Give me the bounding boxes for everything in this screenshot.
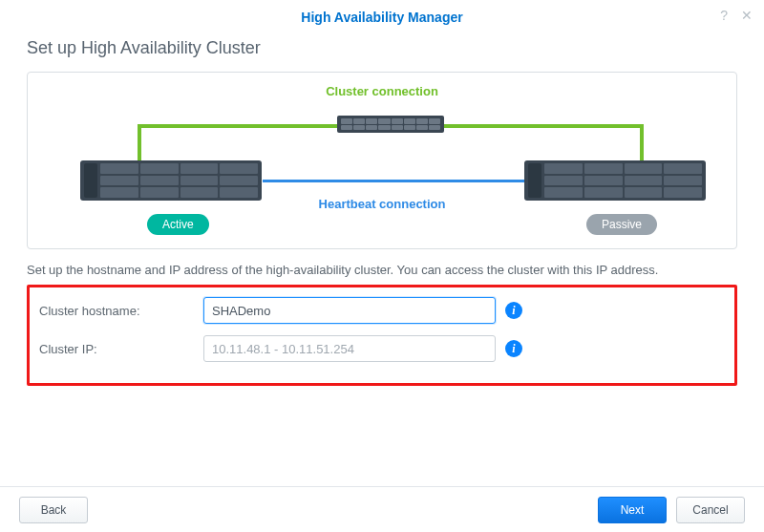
cluster-hostname-label: Cluster hostname: xyxy=(39,304,203,318)
next-button[interactable]: Next xyxy=(598,497,667,523)
heartbeat-connection-label: Heartbeat connection xyxy=(28,197,736,211)
close-icon[interactable]: ✕ xyxy=(741,8,753,23)
heartbeat-line xyxy=(263,180,524,182)
cluster-connection-label: Cluster connection xyxy=(28,84,736,98)
info-icon[interactable]: i xyxy=(505,340,522,357)
topology-diagram: Cluster connection xyxy=(27,72,737,249)
network-switch-icon xyxy=(337,116,444,133)
instruction-text: Set up the hostname and IP address of th… xyxy=(27,263,737,277)
help-icon[interactable]: ? xyxy=(720,8,728,23)
form-highlight-box: Cluster hostname: i Cluster IP: i xyxy=(27,285,737,386)
footer-bar: Back Next Cancel xyxy=(0,486,764,532)
cluster-line xyxy=(640,124,644,162)
window-header: High Availability Manager ? ✕ xyxy=(0,0,764,31)
passive-badge: Passive xyxy=(586,214,657,235)
cancel-button[interactable]: Cancel xyxy=(676,497,745,523)
info-icon[interactable]: i xyxy=(505,302,522,319)
active-server-icon xyxy=(80,160,262,201)
cluster-line xyxy=(138,124,338,128)
cluster-hostname-input[interactable] xyxy=(203,297,496,324)
cluster-ip-label: Cluster IP: xyxy=(39,342,203,356)
active-badge: Active xyxy=(147,214,209,235)
cluster-ip-input[interactable] xyxy=(203,335,496,362)
window-title: High Availability Manager xyxy=(0,10,764,25)
back-button[interactable]: Back xyxy=(19,497,88,523)
cluster-line xyxy=(443,124,644,128)
page-title: Set up High Availability Cluster xyxy=(27,38,737,58)
cluster-line xyxy=(138,124,141,162)
passive-server-icon xyxy=(524,160,706,201)
